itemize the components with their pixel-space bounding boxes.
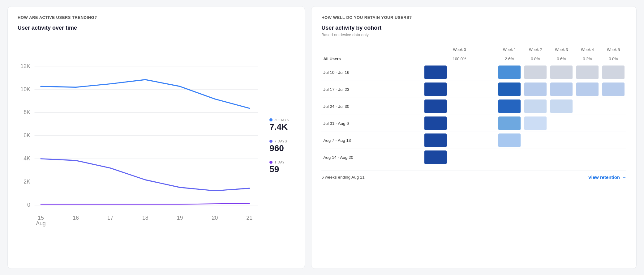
all-users-row: All Users100.0%2.6%0.8%0.6%0.2%0.0%	[321, 54, 626, 64]
cohort-row-label-1: Jul 17 - Jul 23	[321, 81, 423, 98]
cohort-header-row: Week 0 Week 1 Week 2 Week 3 Week 4 Week …	[321, 46, 626, 54]
cohort-cell-r1-c5	[600, 81, 626, 98]
col-week5: Week 5	[600, 46, 626, 54]
cohort-table: Week 0 Week 1 Week 2 Week 3 Week 4 Week …	[321, 46, 626, 166]
legend-dot-30d	[269, 118, 273, 121]
legend-period-7d: 7 DAYS	[274, 139, 287, 143]
svg-text:16: 16	[73, 215, 79, 221]
cohort-cell-r5-c2	[522, 149, 548, 166]
cohort-cell-r2-c1	[496, 98, 522, 115]
cohort-data-row: Jul 10 - Jul 16	[321, 64, 626, 81]
all-users-week5: 0.0%	[600, 54, 626, 64]
cohort-cell-r2-c0	[423, 98, 496, 115]
cohort-cell-r5-c5	[600, 149, 626, 166]
cohort-cell-r2-c4	[574, 98, 600, 115]
cohort-cell-r5-c0	[423, 149, 496, 166]
dashboard: HOW ARE ACTIVE USERS TRENDING? User acti…	[7, 6, 637, 269]
cohort-row-label-3: Jul 31 - Aug 6	[321, 115, 423, 132]
all-users-week2: 0.8%	[522, 54, 548, 64]
legend-value-30d: 7.4K	[269, 122, 295, 132]
svg-text:Aug: Aug	[36, 220, 46, 226]
right-panel: HOW WELL DO YOU RETAIN YOUR USERS? User …	[311, 6, 637, 269]
legend-period-30d: 30 DAYS	[274, 118, 289, 122]
legend-item-7d: 7 DAYS 960	[269, 139, 295, 153]
view-retention-label: View retention	[588, 175, 620, 180]
legend-value-7d: 960	[269, 144, 295, 153]
cohort-row-label-0: Jul 10 - Jul 16	[321, 64, 423, 81]
col-label	[321, 46, 423, 54]
legend-dot-7d	[269, 140, 273, 143]
cohort-cell-r0-c2	[522, 64, 548, 81]
cohort-cell-r5-c3	[548, 149, 574, 166]
all-users-week3: 0.6%	[548, 54, 574, 64]
svg-text:8K: 8K	[24, 109, 30, 115]
svg-text:4K: 4K	[24, 155, 30, 162]
cohort-data-row: Jul 17 - Jul 23	[321, 81, 626, 98]
svg-text:17: 17	[107, 215, 114, 221]
all-users-week1: 2.6%	[496, 54, 522, 64]
cohort-row-label-5: Aug 14 - Aug 20	[321, 149, 423, 166]
cohort-cell-r3-c0	[423, 115, 496, 132]
svg-text:18: 18	[142, 215, 148, 221]
cohort-data-row: Aug 7 - Aug 13	[321, 132, 626, 149]
cohort-cell-r3-c1	[496, 115, 522, 132]
right-section-title: HOW WELL DO YOU RETAIN YOUR USERS?	[321, 15, 626, 20]
svg-text:2K: 2K	[24, 179, 30, 185]
all-users-week4: 0.2%	[574, 54, 600, 64]
line-chart-container: 12K 10K 8K 6K 4K 2K 0 15 Aug 16 17 18 19…	[18, 32, 262, 260]
cohort-cell-r2-c5	[600, 98, 626, 115]
cohort-row-label-4: Aug 7 - Aug 13	[321, 132, 423, 149]
view-retention-button[interactable]: View retention →	[588, 175, 626, 180]
svg-text:6K: 6K	[24, 132, 30, 138]
left-section-title: HOW ARE ACTIVE USERS TRENDING?	[18, 15, 295, 20]
cohort-cell-r4-c4	[574, 132, 600, 149]
svg-text:19: 19	[177, 215, 183, 221]
cohort-cell-r1-c1	[496, 81, 522, 98]
cohort-cell-r0-c0	[423, 64, 496, 81]
cohort-cell-r4-c5	[600, 132, 626, 149]
svg-text:10K: 10K	[20, 86, 30, 92]
footer-text: 6 weeks ending Aug 21	[321, 175, 365, 180]
legend-item-1d: 1 DAY 59	[269, 160, 295, 174]
legend-value-1d: 59	[269, 165, 295, 174]
cohort-cell-r5-c1	[496, 149, 522, 166]
cohort-cell-r1-c2	[522, 81, 548, 98]
cohort-cell-r2-c2	[522, 98, 548, 115]
cohort-cell-r2-c3	[548, 98, 574, 115]
cohort-cell-r3-c3	[548, 115, 574, 132]
all-users-week0: 100.0%	[423, 54, 496, 64]
cohort-cell-r4-c3	[548, 132, 574, 149]
cohort-data-row: Jul 24 - Jul 30	[321, 98, 626, 115]
chart-area: 12K 10K 8K 6K 4K 2K 0 15 Aug 16 17 18 19…	[18, 32, 295, 260]
chart-legend: 30 DAYS 7.4K 7 DAYS 960 1 DAY	[267, 32, 295, 260]
col-week1: Week 1	[496, 46, 522, 54]
col-week2: Week 2	[522, 46, 548, 54]
svg-text:21: 21	[246, 215, 252, 221]
view-retention-arrow: →	[622, 175, 626, 180]
cohort-cell-r3-c5	[600, 115, 626, 132]
line-chart-svg: 12K 10K 8K 6K 4K 2K 0 15 Aug 16 17 18 19…	[18, 32, 262, 260]
cohort-cell-r1-c4	[574, 81, 600, 98]
cohort-cell-r4-c1	[496, 132, 522, 149]
col-week4: Week 4	[574, 46, 600, 54]
cohort-cell-r3-c2	[522, 115, 548, 132]
cohort-cell-r1-c3	[548, 81, 574, 98]
cohort-cell-r3-c4	[574, 115, 600, 132]
cohort-cell-r0-c5	[600, 64, 626, 81]
cohort-data-row: Aug 14 - Aug 20	[321, 149, 626, 166]
svg-text:20: 20	[212, 215, 218, 221]
col-week3: Week 3	[548, 46, 574, 54]
cohort-chart-title: User activity by cohort	[321, 25, 626, 31]
cohort-data-row: Jul 31 - Aug 6	[321, 115, 626, 132]
cohort-cell-r5-c4	[574, 149, 600, 166]
all-users-label: All Users	[321, 54, 423, 64]
cohort-cell-r1-c0	[423, 81, 496, 98]
cohort-row-label-2: Jul 24 - Jul 30	[321, 98, 423, 115]
cohort-cell-r0-c3	[548, 64, 574, 81]
left-panel: HOW ARE ACTIVE USERS TRENDING? User acti…	[7, 6, 305, 269]
left-chart-title: User activity over time	[18, 25, 295, 31]
svg-text:0: 0	[27, 202, 30, 208]
cohort-cell-r0-c4	[574, 64, 600, 81]
col-week0: Week 0	[423, 46, 496, 54]
legend-item-30d: 30 DAYS 7.4K	[269, 118, 295, 132]
